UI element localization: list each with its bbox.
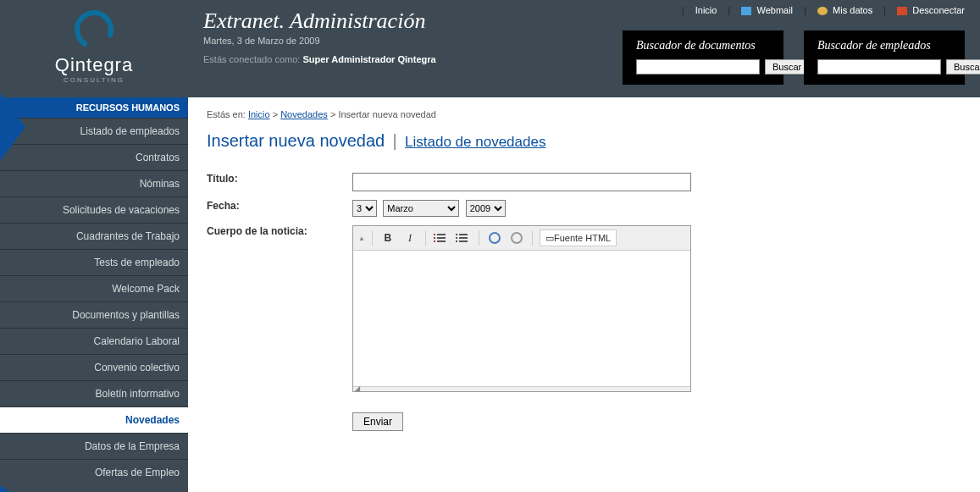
nav-webmail[interactable]: Webmail — [756, 5, 793, 15]
submit-button[interactable]: Enviar — [352, 412, 403, 431]
sidebar-item[interactable]: Novedades — [0, 406, 188, 433]
fecha-day-select[interactable]: 3 — [352, 200, 377, 217]
sidebar-item[interactable]: Convenio colectivo — [0, 354, 188, 380]
search-employees-title: Buscador de empleados — [817, 39, 951, 53]
sidebar-item[interactable]: Calendario Laboral — [0, 328, 188, 354]
titulo-label: Título: — [207, 173, 352, 185]
unlink-button[interactable] — [508, 229, 525, 246]
bold-button[interactable]: B — [379, 229, 396, 246]
connected-prefix: Estás conectado como: — [203, 54, 300, 64]
editor-resize-handle[interactable]: ◢ — [353, 386, 690, 391]
search-documents-input[interactable] — [636, 59, 760, 75]
sidebar-item[interactable]: Contratos — [0, 144, 188, 170]
search-documents-title: Buscador de documentos — [636, 39, 770, 53]
italic-button[interactable]: I — [401, 229, 418, 246]
sidebar-item[interactable]: Listado de empleados — [0, 118, 188, 144]
fecha-year-select[interactable]: 2009 — [466, 200, 506, 217]
sidebar-item[interactable]: Datos de la Empresa — [0, 433, 188, 459]
breadcrumb-inicio[interactable]: Inicio — [248, 109, 270, 119]
search-employees-button[interactable]: Buscar — [946, 59, 980, 75]
utility-nav: | Inicio | Webmail | Mis datos | Descone… — [673, 5, 965, 15]
sidebar-footer — [0, 485, 188, 492]
fecha-label: Fecha: — [207, 200, 352, 212]
user-icon — [817, 7, 828, 15]
ordered-list-button[interactable] — [433, 229, 450, 246]
source-button[interactable]: Fuente HTML — [540, 229, 617, 246]
sidebar-category[interactable]: RECURSOS HUMANOS — [0, 97, 188, 118]
decor-triangle — [0, 93, 25, 161]
breadcrumb-prefix: Estás en: — [207, 109, 246, 119]
titulo-input[interactable] — [352, 173, 691, 191]
search-employees: Buscador de empleados Buscar — [804, 30, 965, 85]
brand-subtitle: CONSULTING — [0, 76, 188, 84]
search-employees-input[interactable] — [817, 59, 941, 75]
sidebar-item[interactable]: Tests de empleado — [0, 249, 188, 275]
sidebar-item[interactable]: Documentos y plantillas — [0, 301, 188, 328]
breadcrumb: Estás en: Inicio > Novedades > Insertar … — [207, 109, 839, 119]
cuerpo-label: Cuerpo de la noticia: — [207, 225, 352, 237]
brand-name: Qintegra — [0, 54, 188, 76]
link-button[interactable] — [486, 229, 503, 246]
rich-text-editor: ▲ B I — [352, 225, 691, 392]
nav-desconectar[interactable]: Desconectar — [912, 5, 965, 15]
sidebar-item[interactable]: Nóminas — [0, 170, 188, 196]
main-content: Estás en: Inicio > Novedades > Insertar … — [188, 97, 857, 492]
sidebar-item[interactable]: Ofertas de Empleo — [0, 459, 188, 485]
brand-block: Qintegra CONSULTING — [0, 0, 188, 97]
page-title: Insertar nueva novedad — [207, 131, 385, 150]
brand-logo-icon — [69, 5, 119, 55]
mail-icon — [741, 7, 751, 15]
fecha-month-select[interactable]: Marzo — [383, 200, 459, 217]
editor-textarea[interactable] — [353, 251, 690, 386]
unordered-list-button[interactable] — [455, 229, 472, 246]
listado-novedades-link[interactable]: Listado de novedades — [405, 134, 545, 150]
collapse-icon[interactable]: ▲ — [358, 235, 365, 242]
nav-inicio[interactable]: Inicio — [695, 5, 717, 15]
decor-triangle-2 — [0, 485, 25, 492]
search-documents: Buscador de documentos Buscar — [623, 30, 783, 85]
breadcrumb-current: Insertar nueva novedad — [338, 109, 436, 119]
connected-user: Super Administrador Qintegra — [302, 54, 435, 64]
search-documents-button[interactable]: Buscar — [765, 59, 809, 75]
nav-mis-datos[interactable]: Mis datos — [833, 5, 872, 15]
editor-toolbar: ▲ B I — [353, 226, 690, 251]
logout-icon — [897, 7, 907, 15]
sidebar-item[interactable]: Welcome Pack — [0, 275, 188, 301]
header: | Inicio | Webmail | Mis datos | Descone… — [188, 0, 980, 97]
sidebar-item[interactable]: Solicitudes de vacaciones — [0, 196, 188, 223]
sidebar-item[interactable]: Boletín informativo — [0, 380, 188, 406]
sidebar: RECURSOS HUMANOS Listado de empleadosCon… — [0, 97, 188, 492]
breadcrumb-novedades[interactable]: Novedades — [280, 109, 328, 119]
sidebar-item[interactable]: Cuadrantes de Trabajo — [0, 223, 188, 249]
